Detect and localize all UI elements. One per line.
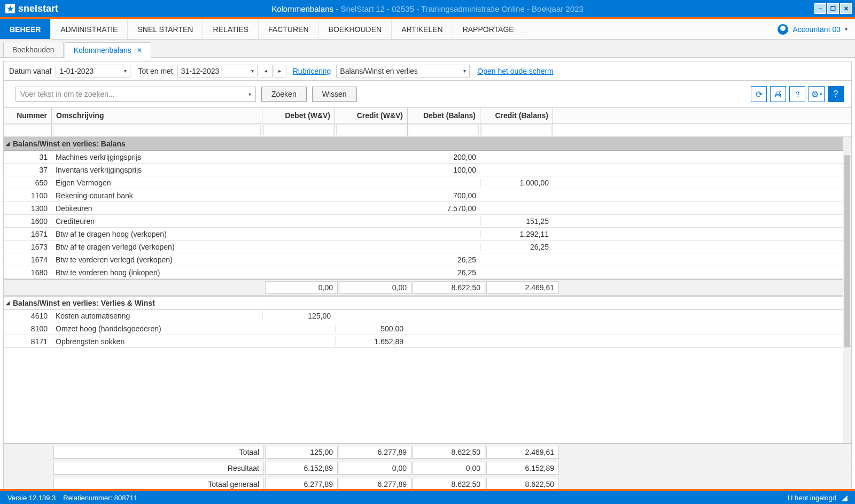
tab-label: Kolommenbalans [74, 46, 131, 55]
vertical-scrollbar[interactable] [843, 137, 851, 443]
date-from-combo[interactable]: 1-01-2023 ▾ [56, 65, 130, 77]
date-next-button[interactable]: ▸ [274, 65, 286, 77]
table-row[interactable]: 8171Opbrengsten sokken1.652,89 [4, 335, 851, 348]
col-debet-wv[interactable]: Debet (W&V) [262, 108, 335, 123]
table-row[interactable]: 1674Btw te vorderen verlegd (verkopen)26… [4, 253, 851, 266]
rubricering-value: Balans/Winst en verlies [340, 67, 418, 75]
table-row[interactable]: 4610Kosten automatisering125,00 [4, 309, 851, 322]
grid-body[interactable]: ◢ Balans/Winst en verlies: Balans 31Mach… [4, 137, 851, 443]
table-row[interactable]: 8100Omzet hoog (handelsgoederen)500,00 [4, 322, 851, 335]
tab-kolommenbalans[interactable]: Kolommenbalans ✕ [65, 42, 151, 58]
rubricering-link[interactable]: Rubricering [287, 67, 337, 75]
cell-desc: Crediteuren [52, 217, 262, 226]
cell-desc: Btw af te dragen hoog (verkopen) [52, 230, 262, 238]
document-tabs: Boekhouden Kolommenbalans ✕ [0, 40, 855, 58]
subtotal-db: 8.622,50 [413, 281, 485, 294]
cell-db: 26,25 [408, 255, 480, 264]
title-main: Kolommenbalans [271, 4, 333, 13]
col-omschrijving[interactable]: Omschrijving [52, 108, 262, 123]
nav-artikelen[interactable]: ARTIKELEN [392, 19, 453, 39]
settings-icon[interactable]: ⚙▾ [809, 86, 825, 102]
title-sub: - SnelStart 12 - 02535 - Trainingsadmini… [336, 4, 584, 13]
cell-cwv: 500,00 [335, 324, 408, 333]
col-credit-balans[interactable]: Credit (Balans) [480, 108, 553, 123]
filter-credit-balans[interactable] [481, 125, 551, 135]
filter-debet-balans[interactable] [409, 125, 479, 135]
group-balans[interactable]: ◢ Balans/Winst en verlies: Balans [4, 137, 851, 151]
status-bar: Versie 12.139.3 Relatienummer: 808711 U … [0, 489, 855, 504]
chevron-down-icon: ▾ [248, 91, 251, 97]
collapse-icon: ◢ [6, 300, 10, 306]
scrollbar-thumb[interactable] [844, 155, 850, 347]
filter-nummer[interactable] [5, 125, 50, 135]
cell-num: 8100 [4, 324, 52, 333]
clear-button[interactable]: Wissen [312, 87, 357, 102]
nav-administratie[interactable]: ADMINISTRATIE [51, 19, 128, 39]
signal-icon: ◢ [842, 493, 848, 502]
export-icon[interactable]: ⇪ [789, 86, 805, 102]
table-row[interactable]: 37Inventaris verkrijgingsprijs100,00 [4, 164, 851, 176]
filter-debet-wv[interactable] [263, 125, 333, 135]
filter-credit-wv[interactable] [336, 125, 406, 135]
data-grid: Nummer Omschrijving Debet (W&V) Credit (… [4, 107, 851, 492]
nav-snelstarten[interactable]: SNEL STARTEN [128, 19, 203, 39]
cell-desc: Omzet hoog (handelsgoederen) [52, 324, 262, 333]
nav-rapportage[interactable]: RAPPORTAGE [453, 19, 524, 39]
table-row[interactable]: 1671Btw af te dragen hoog (verkopen)1.29… [4, 228, 851, 241]
tab-boekhouden[interactable]: Boekhouden [3, 42, 64, 57]
cell-dwv: 125,00 [262, 312, 335, 320]
main-nav: BEHEER ADMINISTRATIE SNEL STARTEN RELATI… [0, 19, 855, 40]
date-from-label: Datum vanaf [4, 67, 56, 75]
cell-db: 26,25 [408, 268, 480, 277]
table-row[interactable]: 1673Btw af te dragen verlegd (verkopen)2… [4, 241, 851, 253]
totaal-label: Totaal [53, 446, 264, 459]
generaal-label: Totaal generaal [53, 478, 264, 491]
search-input[interactable]: Voer tekst in om te zoeken... ▾ [15, 87, 256, 102]
cell-cb: 26,25 [480, 243, 553, 251]
cell-num: 1680 [4, 268, 52, 277]
nav-facturen[interactable]: FACTUREN [259, 19, 318, 39]
row-resultaat: Resultaat 6.152,89 0,00 0,00 6.152,89 [4, 460, 851, 476]
window-title: Kolommenbalans - SnelStart 12 - 02535 - … [0, 4, 855, 13]
user-menu[interactable]: Accountant 03 ▾ [778, 24, 848, 35]
user-name: Accountant 03 [792, 25, 841, 34]
print-icon[interactable]: 🖨 [770, 86, 786, 102]
date-prev-button[interactable]: ◂ [260, 65, 273, 77]
table-row[interactable]: 650Eigen Vermogen1.000,00 [4, 176, 851, 189]
cell-cb: 1.000,00 [480, 179, 553, 187]
status-relation: Relatienummer: 808711 [63, 494, 137, 502]
table-row[interactable]: 1300Debiteuren7.570,00 [4, 202, 851, 215]
resultaat-label: Resultaat [53, 462, 264, 475]
grid-header: Nummer Omschrijving Debet (W&V) Credit (… [4, 108, 851, 123]
group-verlies-winst[interactable]: ◢ Balans/Winst en verlies: Verlies & Win… [4, 296, 851, 309]
col-credit-wv[interactable]: Credit (W&V) [335, 108, 408, 123]
table-row[interactable]: 31Machines verkrijgingsprijs200,00 [4, 151, 851, 164]
open-old-screen-link[interactable]: Open het oude scherm [472, 67, 558, 75]
date-to-combo[interactable]: 31-12-2023 ▾ [177, 65, 258, 77]
col-debet-balans[interactable]: Debet (Balans) [408, 108, 480, 123]
subtotal-balans: 0,00 0,00 8.622,50 2.469,61 [4, 279, 851, 296]
nav-relaties[interactable]: RELATIES [203, 19, 259, 39]
maximize-button[interactable]: ❐ [827, 3, 839, 14]
table-row[interactable]: 1600Crediteuren151,25 [4, 215, 851, 228]
window-controls: – ❐ ✕ [814, 3, 852, 14]
cell-num: 1600 [4, 217, 52, 226]
chevron-down-icon: ▾ [124, 68, 127, 74]
refresh-icon[interactable]: ⟳ [751, 86, 767, 102]
table-row[interactable]: 1680Btw te vorderen hoog (inkopen)26,25 [4, 266, 851, 279]
close-tab-icon[interactable]: ✕ [137, 46, 142, 54]
help-icon[interactable]: ? [828, 86, 844, 102]
search-button[interactable]: Zoeken [261, 87, 307, 102]
nav-beheer[interactable]: BEHEER [0, 19, 51, 39]
cell-desc: Eigen Vermogen [52, 179, 262, 187]
avatar-icon [778, 24, 788, 35]
cell-desc: Inventaris verkrijgingsprijs [52, 166, 262, 174]
filter-omschrijving[interactable] [53, 125, 261, 135]
nav-boekhouden[interactable]: BOEKHOUDEN [319, 19, 392, 39]
rubricering-combo[interactable]: Balans/Winst en verlies ▾ [336, 65, 470, 77]
close-button[interactable]: ✕ [840, 3, 852, 14]
title-bar: ★ snelstart Kolommenbalans - SnelStart 1… [0, 0, 855, 17]
col-nummer[interactable]: Nummer [4, 108, 52, 123]
minimize-button[interactable]: – [814, 3, 826, 14]
table-row[interactable]: 1100Rekening-courant bank700,00 [4, 189, 851, 202]
